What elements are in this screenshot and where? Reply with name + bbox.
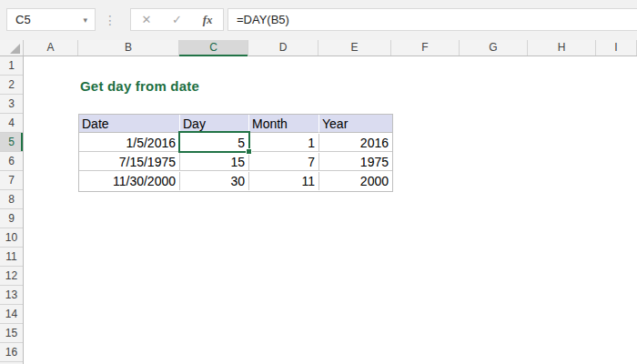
cell-e6[interactable]: 1975 <box>319 153 392 171</box>
row-header-4[interactable]: 4 <box>0 114 23 133</box>
cell-b5[interactable]: 1/5/2016 <box>79 134 180 152</box>
column-header-h[interactable]: H <box>528 40 596 56</box>
cell-b6[interactable]: 7/15/1975 <box>79 153 180 171</box>
cell-c5-selected[interactable]: 5 <box>180 134 249 152</box>
column-header-g[interactable]: G <box>460 40 528 56</box>
column-header-e[interactable]: E <box>318 40 391 56</box>
formula-buttons: ✕ ✓ fx <box>130 8 224 31</box>
fill-handle[interactable] <box>246 148 252 155</box>
row-header-2[interactable]: 2 <box>0 76 23 95</box>
select-all-button[interactable] <box>0 40 24 56</box>
data-table: Date Day Month Year 1/5/2016 5 1 2016 7/… <box>78 114 393 192</box>
sheet-title[interactable]: Get day from date <box>80 78 199 94</box>
column-header-i[interactable]: I <box>596 40 637 56</box>
cell-e7[interactable]: 2000 <box>319 172 392 190</box>
row-header-1[interactable]: 1 <box>0 56 23 76</box>
chevron-down-icon[interactable]: ▾ <box>83 15 95 25</box>
row-header-9[interactable]: 9 <box>0 209 23 228</box>
row-header-14[interactable]: 14 <box>0 305 23 324</box>
cell-d5[interactable]: 1 <box>249 134 319 152</box>
row-header-13[interactable]: 13 <box>0 286 23 305</box>
name-box[interactable]: C5 ▾ <box>6 8 96 31</box>
row-header-8[interactable]: 8 <box>0 190 23 209</box>
cell-e5[interactable]: 2016 <box>319 134 392 152</box>
cell-reference[interactable]: C5 <box>7 13 83 26</box>
cancel-icon[interactable]: ✕ <box>141 13 151 26</box>
table-header-row: Date Day Month Year <box>79 115 392 134</box>
table-row: 7/15/1975 15 7 1975 <box>79 153 392 172</box>
cell-d6[interactable]: 7 <box>249 153 319 171</box>
enter-icon[interactable]: ✓ <box>172 13 182 26</box>
formula-bar-grip-icon[interactable]: ⋮ <box>104 8 116 31</box>
row-header-11[interactable]: 11 <box>0 248 23 267</box>
row-header-6[interactable]: 6 <box>0 152 23 171</box>
row-header-3[interactable]: 3 <box>0 95 23 114</box>
column-headers: A B C D E F G H I <box>0 40 637 56</box>
select-all-triangle-icon <box>10 44 20 54</box>
row-header-16[interactable]: 16 <box>0 343 23 362</box>
formula-bar: C5 ▾ ⋮ ✕ ✓ fx =DAY(B5) <box>0 0 637 40</box>
insert-function-icon[interactable]: fx <box>203 13 213 27</box>
row-header-5[interactable]: 5 <box>0 133 23 152</box>
row-header-7[interactable]: 7 <box>0 171 23 190</box>
table-row: 11/30/2000 30 11 2000 <box>79 172 392 191</box>
header-cell-date[interactable]: Date <box>79 115 180 133</box>
column-header-b[interactable]: B <box>78 40 179 56</box>
header-cell-year[interactable]: Year <box>319 115 392 133</box>
row-header-12[interactable]: 12 <box>0 267 23 286</box>
spreadsheet-app: C5 ▾ ⋮ ✕ ✓ fx =DAY(B5) A B C D E F G H I… <box>0 0 637 364</box>
column-header-f[interactable]: F <box>391 40 460 56</box>
row-header-15[interactable]: 15 <box>0 324 23 343</box>
header-cell-month[interactable]: Month <box>249 115 319 133</box>
row-header-10[interactable]: 10 <box>0 228 23 248</box>
column-header-d[interactable]: D <box>248 40 318 56</box>
formula-text[interactable]: =DAY(B5) <box>228 13 289 26</box>
table-row: 1/5/2016 5 1 2016 <box>79 134 392 153</box>
formula-input[interactable]: =DAY(B5) <box>228 8 637 31</box>
cell-d7[interactable]: 11 <box>249 172 319 190</box>
header-cell-day[interactable]: Day <box>180 115 249 133</box>
row-headers: 1 2 3 4 5 6 7 8 9 10 11 12 13 14 15 16 <box>0 56 24 364</box>
cell-b7[interactable]: 11/30/2000 <box>79 172 180 190</box>
cell-c6[interactable]: 15 <box>180 153 249 171</box>
cell-c7[interactable]: 30 <box>180 172 249 190</box>
column-header-c[interactable]: C <box>179 40 248 56</box>
column-header-a[interactable]: A <box>24 40 78 56</box>
